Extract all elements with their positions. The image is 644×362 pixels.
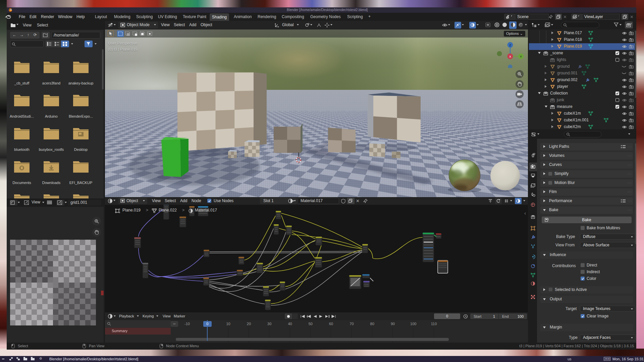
svg-text:Y: Y xyxy=(520,55,522,58)
svg-text:Z: Z xyxy=(509,44,511,47)
svg-text:X: X xyxy=(509,55,511,58)
